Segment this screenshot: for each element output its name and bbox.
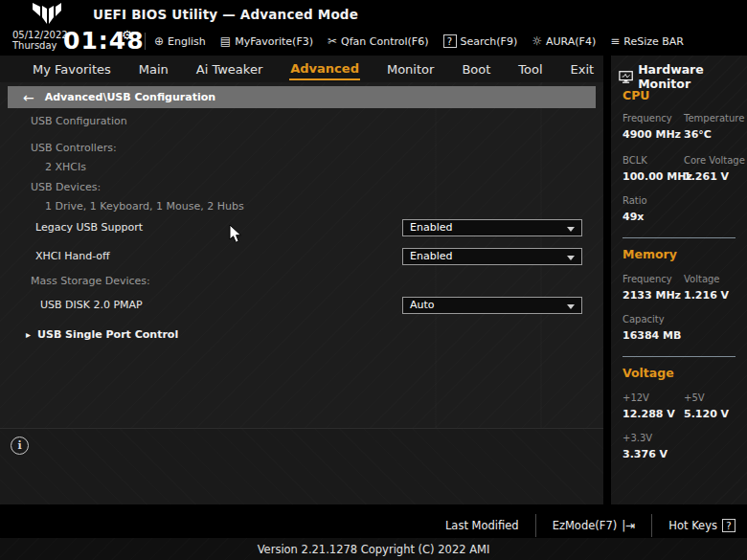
qfan-control-button[interactable]: ✂ Qfan Control(F6) xyxy=(328,34,428,48)
myfavorite-button[interactable]: ▤ MyFavorite(F3) xyxy=(220,34,313,48)
usb-disk-pmap-select[interactable]: Auto xyxy=(402,297,582,314)
memory-section-title: Memory xyxy=(622,247,677,261)
search-icon: ? xyxy=(443,34,457,48)
tab-main[interactable]: Main xyxy=(138,58,170,79)
resize-bar-icon: ≡ xyxy=(610,34,620,48)
tab-ai-tweaker[interactable]: Ai Tweaker xyxy=(195,58,263,79)
aura-label: AURA(F4) xyxy=(546,35,596,48)
hardware-monitor-header: Hardware Monitor xyxy=(619,62,747,91)
memory-capacity-value: 16384 MB xyxy=(622,329,681,342)
usb-configuration-title: USB Configuration xyxy=(31,115,127,127)
voltage-section-title: Voltage xyxy=(622,366,674,380)
voltage-3v3-value: 3.376 V xyxy=(622,448,668,460)
toolbar: 05/12/2022 Thursday 01:48 ⚙ ⊕ English ▤ … xyxy=(0,27,747,56)
legacy-usb-support-value: Enabled xyxy=(410,221,452,234)
hardware-monitor-panel: Hardware Monitor CPU Frequency Temperatu… xyxy=(611,56,747,504)
search-label: Search(F9) xyxy=(461,35,518,48)
cpu-frequency-value: 4900 MHz xyxy=(622,128,681,141)
memory-frequency-label: Frequency xyxy=(622,274,672,284)
voltage-12v-label: +12V xyxy=(622,392,649,403)
usb-controllers-value: 2 XHCIs xyxy=(45,161,86,173)
breadcrumb-label: Advanced\USB Configuration xyxy=(45,91,215,103)
usb-devices-label: USB Devices: xyxy=(31,181,101,193)
voltage-3v3-label: +3.3V xyxy=(622,433,652,443)
bios-advanced-mode-screen: UEFI BIOS Utility — Advanced Mode 05/12/… xyxy=(0,0,747,560)
last-modified-label: Last Modified xyxy=(445,519,519,532)
legacy-usb-support-select[interactable]: Enabled xyxy=(402,219,582,236)
cpu-bclk-label: BCLK xyxy=(622,155,647,166)
usb-single-port-control-label: USB Single Port Control xyxy=(37,328,178,341)
ezmode-button[interactable]: EzMode(F7) |⇥ xyxy=(553,519,636,532)
chevron-down-icon xyxy=(567,256,575,260)
day-text: Thursday xyxy=(12,40,68,51)
voltage-5v-label: +5V xyxy=(684,392,705,403)
language-button[interactable]: ⊕ English xyxy=(154,34,206,48)
app-title: UEFI BIOS Utility — Advanced Mode xyxy=(93,7,358,22)
ezmode-label: EzMode(F7) xyxy=(553,519,618,532)
hot-keys-label: Hot Keys xyxy=(668,519,717,532)
tab-monitor[interactable]: Monitor xyxy=(386,58,435,79)
tab-tool[interactable]: Tool xyxy=(517,58,543,79)
section-divider xyxy=(622,237,736,238)
cpu-section-title: CPU xyxy=(622,88,650,102)
tab-my-favorites[interactable]: My Favorites xyxy=(32,58,112,79)
xhci-handoff-select[interactable]: Enabled xyxy=(402,248,582,265)
back-arrow-icon[interactable]: ← xyxy=(23,91,34,104)
globe-icon: ⊕ xyxy=(154,34,164,48)
cpu-ratio-label: Ratio xyxy=(622,195,647,206)
section-divider xyxy=(622,356,736,357)
memory-voltage-label: Voltage xyxy=(684,274,720,284)
cpu-temperature-value: 36°C xyxy=(684,128,712,141)
bottom-divider xyxy=(651,514,652,537)
tuf-logo-icon xyxy=(31,2,63,25)
memory-frequency-value: 2133 MHz xyxy=(622,289,681,302)
resize-bar-button[interactable]: ≡ ReSize BAR xyxy=(610,34,684,48)
voltage-5v-value: 5.120 V xyxy=(684,408,729,420)
xhci-handoff-value: Enabled xyxy=(410,250,452,262)
myfavorite-icon: ▤ xyxy=(220,34,231,48)
last-modified-button[interactable]: Last Modified xyxy=(445,519,519,532)
usb-disk-pmap-value: Auto xyxy=(410,299,435,311)
resize-bar-label: ReSize BAR xyxy=(623,35,684,48)
myfavorite-label: MyFavorite(F3) xyxy=(235,35,313,48)
info-icon[interactable]: i xyxy=(11,437,29,455)
search-button[interactable]: ? Search(F9) xyxy=(443,34,518,48)
qfan-icon: ✂ xyxy=(328,34,337,48)
usb-devices-value: 1 Drive, 1 Keyboard, 1 Mouse, 2 Hubs xyxy=(45,200,244,213)
chevron-down-icon xyxy=(567,227,575,232)
question-mark-icon: ? xyxy=(722,519,736,532)
bottom-divider xyxy=(535,514,536,537)
tab-boot[interactable]: Boot xyxy=(461,58,491,79)
ezmode-exit-icon: |⇥ xyxy=(622,519,635,532)
qfan-label: Qfan Control(F6) xyxy=(341,35,428,48)
language-label: English xyxy=(168,35,206,48)
usb-single-port-control-item[interactable]: ▸ USB Single Port Control xyxy=(26,328,178,341)
cpu-ratio-value: 49x xyxy=(622,211,644,223)
tab-advanced[interactable]: Advanced xyxy=(289,57,360,80)
hot-keys-button[interactable]: Hot Keys ? xyxy=(668,519,736,532)
cpu-core-voltage-label: Core Voltage xyxy=(684,155,745,166)
version-bar: Version 2.21.1278 Copyright (C) 2022 AMI xyxy=(0,538,747,560)
toolbar-items: ⊕ English ▤ MyFavorite(F3) ✂ Qfan Contro… xyxy=(154,27,684,56)
aura-button[interactable]: ☼ AURA(F4) xyxy=(532,34,596,48)
usb-controllers-label: USB Controllers: xyxy=(31,142,117,154)
cpu-core-voltage-value: 1.261 V xyxy=(684,170,729,183)
submenu-arrow-icon: ▸ xyxy=(26,329,31,340)
memory-voltage-value: 1.216 V xyxy=(684,289,729,302)
help-panel xyxy=(0,428,603,504)
voltage-12v-value: 12.288 V xyxy=(622,408,675,420)
monitor-icon xyxy=(619,70,633,84)
cpu-temperature-label: Temperature xyxy=(684,113,744,123)
clock-settings-gear-icon[interactable]: ⚙ xyxy=(122,28,133,42)
menu-bar: My Favorites Main Ai Tweaker Advanced Mo… xyxy=(0,56,603,82)
memory-capacity-label: Capacity xyxy=(622,314,665,325)
cpu-bclk-value: 100.00 MHz xyxy=(622,170,692,183)
bottom-controls: Last Modified EzMode(F7) |⇥ Hot Keys ? xyxy=(445,514,736,537)
legacy-usb-support-label: Legacy USB Support xyxy=(35,221,143,234)
tab-exit[interactable]: Exit xyxy=(570,58,596,79)
aura-lamp-icon: ☼ xyxy=(532,34,542,48)
title-bar: UEFI BIOS Utility — Advanced Mode xyxy=(0,0,747,27)
breadcrumb: ← Advanced\USB Configuration xyxy=(8,86,596,108)
xhci-handoff-label: XHCI Hand-off xyxy=(35,250,110,262)
version-text: Version 2.21.1278 Copyright (C) 2022 AMI xyxy=(258,543,490,556)
